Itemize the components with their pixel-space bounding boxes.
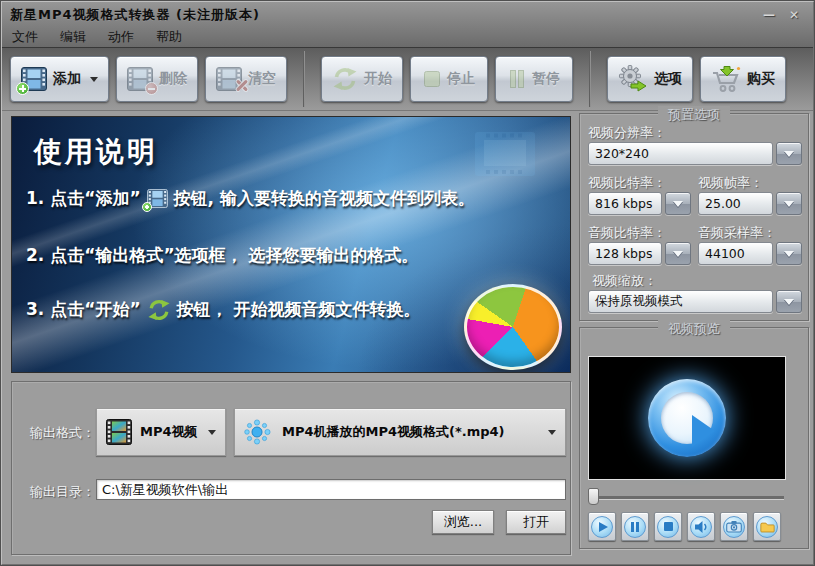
resolution-label: 视频分辨率： [588, 124, 666, 142]
film-add-icon [147, 189, 168, 208]
output-settings-panel: 输出格式： MP4视频 MP4机播放的MP4视频格式(*.mp4) 输出目录： … [11, 381, 571, 555]
frame-rate-label: 视频帧率： [698, 174, 763, 192]
preview-volume-button[interactable] [687, 512, 715, 541]
step2-text-pre: 2. 点击“输出格式”选项框， [26, 244, 243, 267]
seek-slider-thumb[interactable] [588, 488, 599, 505]
camera-icon [723, 516, 745, 538]
preview-play-button[interactable] [588, 512, 616, 541]
output-dir-input[interactable]: C:\新星视频软件\输出 [96, 479, 566, 500]
dropdown-arrow-button[interactable] [776, 192, 802, 215]
chevron-down-icon [208, 430, 216, 435]
video-bitrate-dropdown[interactable]: 816 kbps [588, 192, 691, 215]
chevron-down-icon [784, 251, 794, 257]
play-icon [692, 415, 715, 447]
film-watermark-icon [474, 131, 536, 181]
video-preview-screen [588, 356, 786, 480]
dropdown-arrow-button[interactable] [665, 192, 691, 215]
window-title: 新星MP4视频格式转换器 (未注册版本) [10, 6, 260, 24]
seek-slider[interactable] [588, 488, 786, 506]
window-header: 新星MP4视频格式转换器 (未注册版本) — ✕ 文件 编辑 动作 帮助 [2, 2, 813, 47]
sample-rate-label: 音频采样率： [698, 224, 776, 242]
film-add-icon [21, 67, 47, 91]
browse-button[interactable]: 浏览... [432, 510, 494, 534]
open-button[interactable]: 打开 [506, 510, 566, 534]
output-format-value: MP4视频 [140, 423, 198, 441]
step1-text-pre: 1. 点击“添加” [26, 187, 141, 210]
video-preview-panel: 视频预览 [579, 327, 809, 549]
pause-label: 暂停 [532, 70, 560, 88]
step1-text-post: 按钮, 输入要转换的音视频文件到列表。 [174, 187, 475, 210]
pause-icon [624, 516, 646, 538]
chevron-down-icon [784, 299, 794, 305]
preset-options-panel: 预置选项 视频分辨率： 320*240 视频比特率： 视频帧率： 816 kbp… [579, 113, 809, 321]
toolbar-separator [589, 51, 591, 107]
menu-file[interactable]: 文件 [12, 28, 38, 46]
delete-button[interactable]: 删除 [116, 56, 198, 102]
sample-rate-dropdown[interactable]: 44100 [698, 242, 802, 265]
dropdown-arrow-button[interactable] [776, 142, 802, 165]
output-format-dropdown[interactable]: MP4视频 [96, 408, 226, 456]
preview-snapshot-button[interactable] [720, 512, 748, 541]
stop-square-icon [423, 70, 441, 88]
banner-title: 使用说明 [34, 133, 158, 171]
instructions-banner: 使用说明 1. 点击“添加” 按钮, 输入要转换的音视频文件到列表。 2. 点击… [11, 116, 571, 373]
stop-label: 停止 [447, 70, 475, 88]
add-label: 添加 [53, 70, 81, 88]
dropdown-arrow-button[interactable] [776, 242, 802, 265]
video-scale-value[interactable]: 保持原视频模式 [588, 290, 773, 313]
gear-icon [618, 65, 648, 93]
chevron-down-icon [90, 77, 98, 82]
preview-stop-button[interactable] [654, 512, 682, 541]
clear-label: 清空 [248, 70, 276, 88]
start-label: 开始 [364, 70, 392, 88]
close-button[interactable]: ✕ [789, 9, 799, 21]
output-dir-label: 输出目录： [30, 483, 95, 501]
preview-pause-button[interactable] [621, 512, 649, 541]
chevron-down-icon [673, 251, 683, 257]
video-scale-dropdown[interactable]: 保持原视频模式 [588, 290, 802, 313]
clear-button[interactable]: 清空 [205, 56, 287, 102]
dropdown-arrow-button[interactable] [776, 290, 802, 313]
output-format-label: 输出格式： [30, 424, 95, 442]
menubar: 文件 编辑 动作 帮助 [2, 26, 813, 47]
add-button[interactable]: 添加 [10, 56, 109, 102]
resolution-value[interactable]: 320*240 [588, 142, 773, 165]
chevron-down-icon [784, 201, 794, 207]
stop-icon [657, 516, 679, 538]
folder-icon [756, 516, 778, 538]
cart-icon [711, 66, 741, 93]
app-window: 新星MP4视频格式转换器 (未注册版本) — ✕ 文件 编辑 动作 帮助 添加 [0, 0, 815, 566]
start-button[interactable]: 开始 [321, 56, 403, 102]
frame-rate-dropdown[interactable]: 25.00 [698, 192, 802, 215]
resolution-dropdown[interactable]: 320*240 [588, 142, 802, 165]
seek-slider-track[interactable] [593, 496, 784, 499]
frame-rate-value[interactable]: 25.00 [698, 192, 773, 215]
menu-action[interactable]: 动作 [108, 28, 134, 46]
menu-help[interactable]: 帮助 [156, 28, 182, 46]
titlebar[interactable]: 新星MP4视频格式转换器 (未注册版本) — ✕ [2, 2, 813, 26]
step3-text-post: 按钮， 开始视频音频文件转换。 [177, 298, 421, 321]
stop-button[interactable]: 停止 [410, 56, 488, 102]
toolbar: 添加 删除 清空 开始 [2, 47, 813, 111]
pause-button[interactable]: 暂停 [495, 56, 573, 102]
instruction-step-2: 2. 点击“输出格式”选项框， 选择您要输出的格式。 [26, 244, 419, 267]
buy-button[interactable]: 购买 [700, 56, 786, 102]
video-bitrate-value[interactable]: 816 kbps [588, 192, 662, 215]
menu-edit[interactable]: 编辑 [60, 28, 86, 46]
audio-bitrate-value[interactable]: 128 kbps [588, 242, 662, 265]
player-controls [588, 512, 781, 541]
convert-arrows-icon [332, 67, 358, 91]
speaker-icon [690, 516, 712, 538]
preview-open-file-button[interactable] [753, 512, 781, 541]
output-profile-dropdown[interactable]: MP4机播放的MP4视频格式(*.mp4) [234, 408, 566, 456]
chevron-down-icon [784, 151, 794, 157]
sample-rate-value[interactable]: 44100 [698, 242, 773, 265]
audio-bitrate-dropdown[interactable]: 128 kbps [588, 242, 691, 265]
film-remove-icon [127, 67, 153, 91]
minimize-button[interactable]: — [763, 9, 775, 21]
big-play-button[interactable] [648, 379, 726, 457]
pause-bars-icon [508, 69, 526, 89]
video-bitrate-label: 视频比特率： [588, 174, 666, 192]
options-button[interactable]: 选项 [607, 56, 693, 102]
dropdown-arrow-button[interactable] [665, 242, 691, 265]
